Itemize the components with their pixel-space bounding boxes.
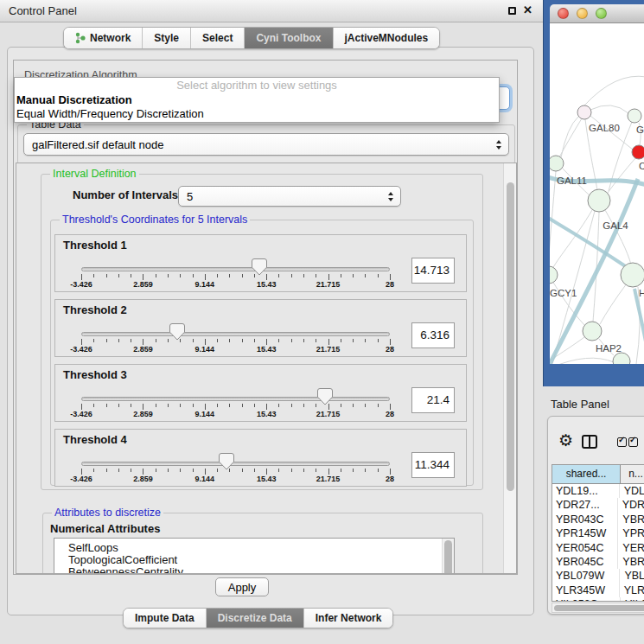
network-node-hap2[interactable]	[583, 322, 602, 341]
network-node[interactable]	[613, 353, 630, 364]
settings-vertical-scrollbar[interactable]	[503, 163, 517, 573]
attribute-item[interactable]: TopologicalCoefficient	[68, 554, 454, 566]
tab-select[interactable]: Select	[190, 28, 244, 48]
slider-track[interactable]	[81, 332, 390, 336]
column-header-shared-name[interactable]: shared...	[552, 465, 621, 483]
num-intervals-value: 5	[187, 190, 193, 203]
threshold-label: Threshold 3	[63, 368, 127, 381]
tick-mark	[242, 274, 243, 277]
algorithm-option[interactable]: Equal Width/Frequency Discretization	[15, 107, 499, 121]
gear-icon[interactable]: ⚙	[558, 432, 573, 449]
table-row[interactable]: YDL19...YDL1	[552, 484, 644, 498]
table-horizontal-scrollbar[interactable]	[552, 603, 644, 613]
tick-mark	[242, 339, 243, 342]
close-icon[interactable]: ✕	[523, 3, 532, 16]
table-row[interactable]: YER054CYER0	[552, 541, 644, 555]
network-node-gal80[interactable]	[577, 105, 591, 119]
interval-definition-group: Interval Definition Number of Intervals …	[41, 174, 483, 490]
tab-cyni-toolbox[interactable]: Cyni Toolbox	[244, 28, 332, 48]
columns-icon[interactable]	[582, 435, 597, 449]
tick-mark	[316, 274, 316, 277]
tab-network[interactable]: Network	[64, 28, 142, 48]
zoom-traffic-light-icon[interactable]	[596, 8, 607, 19]
float-window-icon[interactable]	[508, 7, 516, 15]
tick-label: 21.715	[309, 345, 348, 354]
table-panel: Table Panel ⚙ shared... n... YDL19...YDL…	[543, 386, 644, 644]
scrollbar-thumb[interactable]	[554, 605, 644, 611]
slider-track[interactable]	[81, 397, 390, 401]
slider-thumb[interactable]	[169, 322, 185, 344]
attribute-item[interactable]: BetweennessCentrality	[68, 566, 454, 574]
tab-jactivemnodules[interactable]: jActiveMNodules	[333, 28, 440, 48]
tick-mark	[180, 404, 181, 407]
table-row[interactable]: YBR043CYBR0	[552, 513, 644, 526]
attributes-list-scrollbar[interactable]	[442, 539, 454, 574]
algorithm-option[interactable]: Manual Discretization	[15, 93, 499, 107]
tab-infer-network[interactable]: Infer Network	[303, 609, 393, 628]
network-node-gcy1[interactable]	[550, 266, 558, 284]
table-row[interactable]: YBR045CYBR0	[552, 555, 644, 569]
tick-label: -3.426	[62, 410, 100, 418]
table-data-group: Table Data galFiltered.sif default node	[17, 124, 515, 164]
close-traffic-light-icon[interactable]	[558, 8, 569, 19]
attribute-item[interactable]: SelfLoops	[68, 542, 454, 554]
tick-mark	[291, 404, 292, 407]
network-canvas[interactable]: GAL80GCGAL11GAL4GCY1HHAP2	[550, 23, 644, 364]
slider-thumb[interactable]	[219, 452, 234, 474]
tick-mark	[180, 469, 181, 472]
discretization-settings-panel: Discretization Algorithm Select algorith…	[13, 60, 518, 575]
attributes-to-discretize-group: Attributes to discretize Numerical Attri…	[42, 513, 483, 574]
num-intervals-combobox[interactable]: 5	[178, 186, 401, 207]
minimize-traffic-light-icon[interactable]	[577, 8, 588, 19]
slider-track[interactable]	[81, 462, 390, 466]
tick-mark	[143, 469, 143, 475]
cell-name: YBL0	[620, 569, 644, 583]
tick-mark	[193, 469, 194, 472]
network-node-gal4[interactable]	[588, 189, 610, 212]
column-header-name[interactable]: n...	[621, 465, 644, 483]
checkbox-icon[interactable]	[617, 437, 627, 447]
network-node-h[interactable]	[621, 263, 644, 287]
tick-mark	[143, 339, 143, 345]
tick-mark	[254, 469, 255, 472]
threshold-value-field[interactable]: 21.4	[411, 387, 455, 413]
tick-mark	[278, 469, 279, 472]
tab-discretize-data[interactable]: Discretize Data	[206, 609, 303, 628]
threshold-value-field[interactable]: 14.713	[411, 258, 455, 284]
tick-mark	[193, 339, 194, 342]
tab-style[interactable]: Style	[142, 28, 190, 48]
tick-label: 28	[371, 345, 409, 354]
table-row[interactable]: YPR145WYPR1	[552, 526, 644, 540]
network-node[interactable]	[628, 109, 641, 123]
slider-thumb[interactable]	[317, 387, 333, 409]
cell-shared-name: YER054C	[552, 541, 618, 555]
table-row[interactable]: YIL052CYIL0	[552, 597, 644, 602]
apply-button[interactable]: Apply	[215, 577, 269, 596]
tick-mark	[93, 469, 94, 472]
numerical-attributes-list[interactable]: SelfLoopsTopologicalCoefficientBetweenne…	[54, 538, 455, 574]
table-data-combobox[interactable]: galFiltered.sif default node	[23, 133, 509, 156]
slider-thumb[interactable]	[252, 258, 267, 279]
tick-mark	[229, 339, 230, 342]
slider-track[interactable]	[81, 267, 390, 271]
tab-impute-data[interactable]: Impute Data	[124, 609, 206, 628]
checkbox-icon[interactable]	[628, 437, 638, 447]
tick-mark	[266, 469, 267, 475]
table-row[interactable]: YDR27...YDR2	[552, 498, 644, 512]
control-panel: Control Panel ✕ NetworkStyleSelectCyni T…	[0, 0, 543, 644]
tick-label: 21.715	[309, 410, 348, 418]
table-row[interactable]: YBL079WYBL0	[552, 569, 644, 583]
scrollbar-thumb[interactable]	[507, 182, 514, 491]
threshold-value-field[interactable]: 6.316	[411, 322, 455, 348]
tick-mark	[353, 339, 354, 342]
threshold-value-field[interactable]: 11.344	[411, 452, 455, 478]
network-node-gal11[interactable]	[550, 156, 564, 171]
tick-label: 28	[371, 475, 409, 483]
table-row[interactable]: YLR345WYLR3	[552, 583, 644, 597]
network-window-titlebar[interactable]	[550, 4, 644, 23]
tick-mark	[316, 469, 316, 472]
tick-mark	[390, 469, 391, 475]
tick-mark	[353, 469, 354, 472]
tick-mark	[81, 404, 82, 410]
network-node[interactable]	[632, 145, 644, 159]
